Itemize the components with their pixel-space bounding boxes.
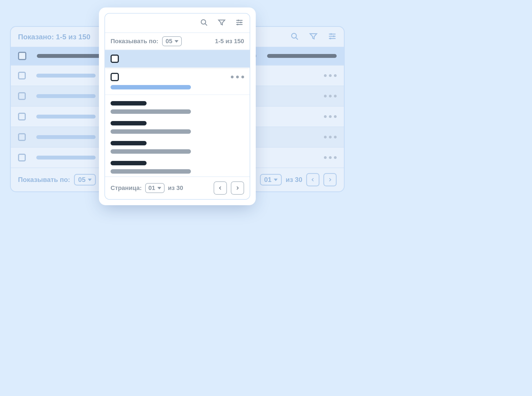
per-page-select[interactable]: 05	[162, 36, 181, 46]
row-checkbox[interactable]	[18, 133, 26, 141]
field	[111, 161, 244, 174]
svg-point-15	[237, 24, 239, 25]
page-total-label: из 30	[168, 184, 183, 192]
item-fields	[105, 95, 250, 176]
field-value	[111, 109, 191, 114]
filter-icon[interactable]	[309, 32, 318, 42]
select-all-checkbox[interactable]	[111, 55, 119, 63]
row-checkbox[interactable]	[18, 72, 26, 79]
column-header[interactable]	[37, 54, 106, 58]
svg-point-11	[238, 20, 239, 21]
row-actions-icon[interactable]	[324, 74, 337, 77]
svg-point-7	[329, 38, 331, 39]
per-page-label: Показывать по:	[18, 176, 70, 184]
page-select[interactable]: 01	[260, 174, 282, 186]
search-icon[interactable]	[200, 18, 208, 28]
cell-link[interactable]	[36, 135, 96, 139]
field-label	[111, 101, 147, 106]
row-checkbox[interactable]	[18, 113, 26, 120]
svg-point-3	[330, 33, 332, 35]
select-all-checkbox[interactable]	[18, 52, 26, 60]
row-actions-icon[interactable]	[324, 156, 337, 159]
svg-point-8	[201, 20, 206, 24]
mobile-card: Показывать по: 05 1-5 из 150	[99, 7, 256, 205]
field-value	[111, 129, 191, 134]
row-actions-icon[interactable]	[324, 95, 337, 97]
cell-link[interactable]	[36, 74, 96, 78]
field	[111, 101, 244, 114]
item-title[interactable]	[111, 85, 191, 89]
chevron-down-icon	[175, 40, 178, 43]
filter-icon[interactable]	[218, 18, 226, 28]
column-header[interactable]	[267, 54, 337, 58]
field-label	[111, 121, 147, 125]
row-checkbox[interactable]	[111, 73, 119, 81]
row-checkbox[interactable]	[18, 92, 26, 100]
per-page-label: Показывать по:	[111, 38, 158, 45]
chevron-down-icon	[88, 179, 92, 181]
list-item[interactable]	[105, 68, 250, 176]
prev-page-button[interactable]	[306, 173, 319, 186]
row-checkbox[interactable]	[18, 154, 26, 161]
field-label	[111, 161, 147, 165]
settings-sliders-icon[interactable]	[328, 32, 337, 42]
field-label	[111, 141, 147, 145]
row-actions-icon[interactable]	[324, 136, 337, 138]
next-page-button[interactable]	[231, 181, 244, 195]
svg-point-5	[333, 35, 334, 37]
page-total-label: из 30	[286, 176, 302, 184]
search-icon[interactable]	[290, 32, 299, 42]
cell-link[interactable]	[36, 115, 96, 119]
chevron-down-icon	[157, 187, 161, 189]
per-page-select[interactable]: 05	[74, 174, 96, 186]
svg-line-9	[205, 24, 207, 25]
field	[111, 141, 244, 154]
field-value	[111, 169, 191, 174]
mobile-select-all-row	[105, 50, 250, 68]
showing-range-label: 1-5 из 150	[215, 38, 244, 45]
svg-point-13	[240, 22, 242, 23]
mobile-footer: Страница: 01 из 30	[105, 176, 250, 199]
page-select[interactable]: 01	[145, 183, 165, 193]
page-label: Страница:	[111, 184, 142, 192]
svg-point-0	[291, 33, 296, 38]
desktop-toolbar	[290, 32, 337, 42]
cell-link[interactable]	[36, 94, 96, 98]
field	[111, 121, 244, 134]
svg-line-1	[296, 37, 298, 40]
mobile-toolbar	[105, 14, 250, 33]
row-actions-icon[interactable]	[324, 115, 337, 118]
prev-page-button[interactable]	[214, 181, 227, 195]
cell-link[interactable]	[36, 156, 96, 160]
chevron-down-icon	[274, 179, 278, 181]
next-page-button[interactable]	[323, 173, 337, 186]
field-value	[111, 149, 191, 154]
mobile-control-bar: Показывать по: 05 1-5 из 150	[105, 33, 250, 50]
settings-sliders-icon[interactable]	[235, 18, 244, 28]
row-actions-icon[interactable]	[231, 76, 244, 78]
showing-range-label: Показано: 1-5 из 150	[18, 33, 90, 41]
